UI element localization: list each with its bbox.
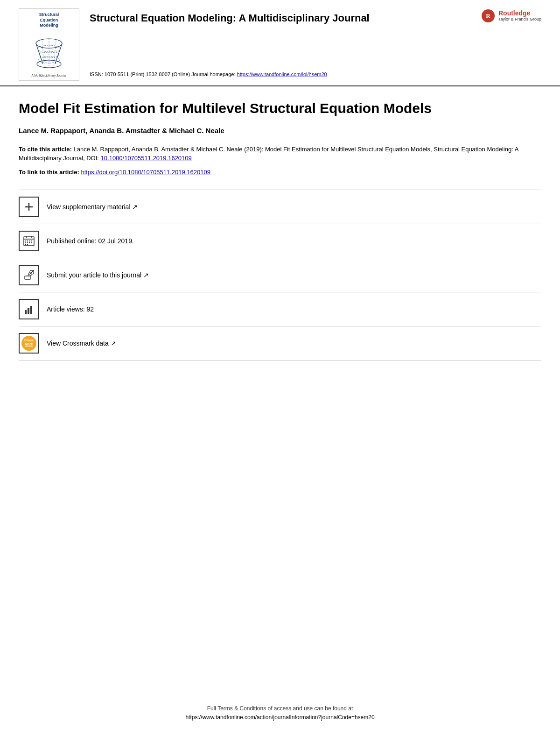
- plus-icon: [19, 197, 39, 217]
- svg-rect-36: [25, 310, 27, 314]
- issn-link[interactable]: https://www.tandfonline.com/loi/hsem20: [237, 71, 327, 77]
- cover-subtitle: A Multidisciplinary Journal: [32, 74, 67, 77]
- link-block: To link to this article: https://doi.org…: [19, 168, 541, 177]
- chart-icon: [19, 299, 39, 319]
- svg-rect-31: [25, 276, 30, 279]
- published-row: Published online: 02 Jul 2019.: [19, 224, 541, 258]
- svg-rect-21: [27, 241, 28, 241]
- published-text: Published online: 02 Jul 2019.: [47, 237, 134, 245]
- issn-line: ISSN: 1070-5511 (Print) 1532-8007 (Onlin…: [90, 71, 541, 81]
- footer-link[interactable]: https://www.tandfonline.com/action/journ…: [185, 714, 374, 721]
- svg-text:R: R: [486, 12, 490, 19]
- supplementary-row[interactable]: View supplementary material ↗: [19, 190, 541, 224]
- svg-text:Mark: Mark: [25, 342, 33, 346]
- journal-title-header: Structural Equation Modeling: A Multidis…: [90, 12, 541, 24]
- svg-rect-23: [31, 241, 32, 241]
- cite-block: To cite this article: Lance M. Rappaport…: [19, 145, 541, 163]
- submit-row[interactable]: Submit your article to this journal ↗: [19, 258, 541, 292]
- article-doi-link[interactable]: https://doi.org/10.1080/10705511.2019.16…: [81, 169, 210, 176]
- svg-rect-20: [25, 241, 26, 241]
- svg-text:Cross: Cross: [24, 339, 34, 342]
- main-content: Model Fit Estimation for Multilevel Stru…: [0, 86, 560, 361]
- supplementary-text: View supplementary material ↗: [47, 203, 138, 211]
- journal-cover: Structural Equation Modeling: [19, 8, 79, 81]
- routledge-logo: R Routledge Taylor & Francis Group: [481, 8, 541, 23]
- svg-rect-27: [31, 242, 32, 243]
- calendar-icon: [19, 231, 39, 251]
- svg-rect-28: [25, 244, 26, 245]
- views-row: Article views: 92: [19, 292, 541, 326]
- page-header: Structural Equation Modeling: [0, 0, 560, 86]
- header-right: Structural Equation Modeling: A Multidis…: [90, 8, 541, 81]
- link-label: To link to this article:: [19, 169, 79, 176]
- article-title: Model Fit Estimation for Multilevel Stru…: [19, 99, 541, 117]
- cite-label: To cite this article:: [19, 146, 72, 153]
- submit-icon: [19, 265, 39, 285]
- authors: Lance M. Rappaport, Ananda B. Amstadter …: [19, 127, 541, 134]
- svg-rect-37: [28, 308, 29, 314]
- routledge-name: Routledge: [498, 10, 530, 17]
- crossmark-icon: Cross Mark: [19, 333, 39, 354]
- svg-rect-0: [28, 30, 70, 72]
- routledge-icon: R: [481, 8, 496, 23]
- svg-rect-25: [27, 242, 28, 243]
- views-text: Article views: 92: [47, 305, 94, 313]
- svg-rect-29: [27, 244, 28, 245]
- cite-doi-link[interactable]: 10.1080/10705511.2019.1620109: [101, 155, 192, 162]
- svg-rect-26: [29, 242, 30, 243]
- crossmark-row[interactable]: Cross Mark View Crossmark data ↗: [19, 326, 541, 361]
- cite-text: Lance M. Rappaport, Ananda B. Amstadter …: [19, 146, 518, 162]
- svg-rect-22: [29, 241, 30, 241]
- crossmark-text: View Crossmark data ↗: [47, 340, 116, 347]
- cover-journal-name: Structural Equation Modeling: [39, 12, 59, 28]
- svg-rect-38: [30, 306, 32, 314]
- action-section: View supplementary material ↗: [19, 190, 541, 361]
- cover-graphic: [28, 30, 70, 72]
- svg-rect-24: [25, 242, 26, 243]
- footer: Full Terms & Conditions of access and us…: [0, 704, 560, 722]
- routledge-sub: Taylor & Francis Group: [498, 17, 541, 22]
- submit-text: Submit your article to this journal ↗: [47, 271, 149, 279]
- footer-line1: Full Terms & Conditions of access and us…: [0, 704, 560, 713]
